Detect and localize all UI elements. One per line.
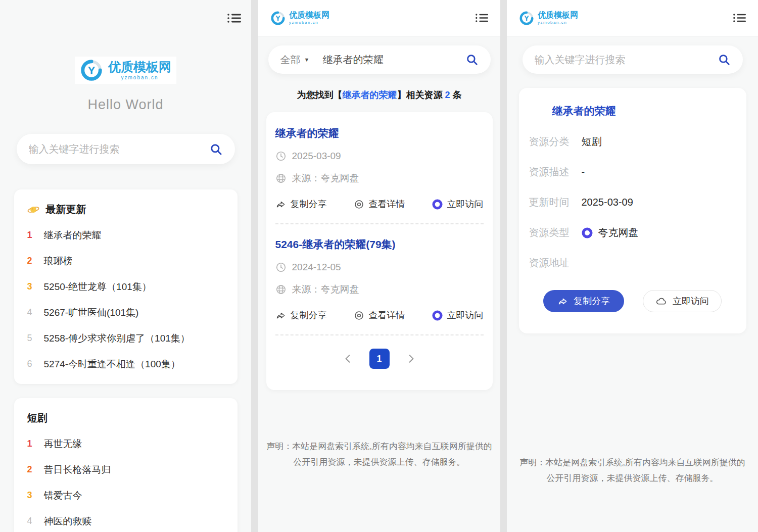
disc-icon xyxy=(582,227,593,238)
clock-icon xyxy=(275,151,287,162)
view-detail-label: 查看详情 xyxy=(369,198,405,210)
result-date-row: 2025-03-09 xyxy=(275,151,484,162)
site-logo[interactable]: Y 优质模板网 yzmoban.cn xyxy=(519,11,578,26)
rank-badge: 1 xyxy=(27,439,35,449)
list-item[interactable]: 2昔日长枪落马归 xyxy=(14,457,238,482)
copy-share-button[interactable]: 复制分享 xyxy=(275,198,327,210)
home-search-input[interactable] xyxy=(29,143,209,155)
item-title: 5250-绝世龙尊（101集） xyxy=(44,280,152,294)
rank-badge: 4 xyxy=(27,516,35,526)
globe-icon xyxy=(275,173,287,184)
result-source: 来源：夸克网盘 xyxy=(292,283,359,296)
list-item[interactable]: 1再世无缘 xyxy=(14,431,238,457)
item-title: 继承者的荣耀 xyxy=(44,229,102,242)
header: Y 优质模板网 yzmoban.cn xyxy=(258,0,500,36)
search-icon[interactable] xyxy=(465,53,479,66)
list-item[interactable]: 65274-今时重逢不相逢（100集） xyxy=(14,351,238,377)
latest-updates-card: 最新更新 1继承者的荣耀 2琅琊榜 35250-绝世龙尊（101集） 45267… xyxy=(14,189,238,384)
result-source: 来源：夸克网盘 xyxy=(292,172,359,185)
brand-name: 优质模板网 xyxy=(538,11,578,19)
chevron-right-icon xyxy=(408,354,415,363)
result-source-row: 来源：夸克网盘 xyxy=(275,283,484,296)
rank-badge: 2 xyxy=(27,464,35,475)
share-icon xyxy=(275,199,286,210)
resource-detail-panel: Y 优质模板网 yzmoban.cn 继承者的荣耀 资源分类 短剧 xyxy=(507,0,758,532)
pagination: 1 xyxy=(275,349,484,369)
menu-button[interactable] xyxy=(733,12,746,24)
share-icon xyxy=(275,310,286,321)
share-icon xyxy=(557,296,568,307)
home-search-bar[interactable] xyxy=(17,134,235,164)
view-detail-button[interactable]: 查看详情 xyxy=(354,309,405,321)
chevron-left-icon xyxy=(344,354,351,363)
eye-icon xyxy=(354,310,364,321)
svg-text:Y: Y xyxy=(275,14,280,22)
menu-button[interactable] xyxy=(227,12,241,24)
results-search-input[interactable] xyxy=(322,54,465,66)
visit-now-button[interactable]: 立即访问 xyxy=(432,309,484,321)
list-item[interactable]: 4神医的救赎 xyxy=(14,508,238,532)
field-label: 更新时间 xyxy=(529,196,582,209)
svg-text:Y: Y xyxy=(524,14,529,22)
search-icon[interactable] xyxy=(209,142,223,156)
category-filter-dropdown[interactable]: 全部 ▼ xyxy=(280,53,310,67)
resource-title: 继承者的荣耀 xyxy=(552,104,736,118)
disclaimer-text: 声明：本站是网盘索引系统,所有内容均来自互联网所提供的公开引用资源，未提供资源上… xyxy=(518,455,747,487)
field-value: 短剧 xyxy=(582,135,602,149)
brand-domain: yzmoban.cn xyxy=(538,21,578,25)
field-row: 资源描述 - xyxy=(529,165,736,179)
current-page-button[interactable]: 1 xyxy=(369,349,390,369)
prev-page-button[interactable] xyxy=(344,354,351,363)
results-search-bar[interactable]: 全部 ▼ xyxy=(268,45,491,74)
rank-badge: 6 xyxy=(27,359,35,369)
visit-now-button[interactable]: 立即访问 xyxy=(643,290,722,312)
result-title-link[interactable]: 继承者的荣耀 xyxy=(275,126,484,140)
list-item[interactable]: 55258-傅少求求你别虐了（101集） xyxy=(14,325,238,351)
site-logo[interactable]: Y 优质模板网 yzmoban.cn xyxy=(270,11,329,26)
resource-type-value: 夸克网盘 xyxy=(598,226,639,239)
clock-icon xyxy=(275,262,287,273)
rank-badge: 3 xyxy=(27,281,35,292)
site-logo[interactable]: Y 优质模板网 yzmoban.cn xyxy=(75,57,176,84)
field-row: 资源分类 短剧 xyxy=(529,135,736,149)
result-count: 2 xyxy=(445,90,450,100)
visit-now-button[interactable]: 立即访问 xyxy=(432,198,484,210)
list-item[interactable]: 45267-旷世医仙(101集) xyxy=(14,300,238,325)
logo-icon: Y xyxy=(519,11,534,26)
dashed-divider xyxy=(275,223,484,224)
list-item[interactable]: 1继承者的荣耀 xyxy=(14,222,238,248)
field-row: 资源类型 夸克网盘 xyxy=(529,226,736,239)
copy-share-label: 复制分享 xyxy=(574,295,610,307)
result-date: 2024-12-05 xyxy=(292,262,341,273)
view-detail-button[interactable]: 查看详情 xyxy=(354,198,405,210)
result-keyword: 继承者的荣耀 xyxy=(342,90,397,100)
hello-text: Hello World xyxy=(0,97,251,113)
detail-search-input[interactable] xyxy=(535,54,718,66)
menu-button[interactable] xyxy=(475,12,488,24)
field-row: 更新时间 2025-03-09 xyxy=(529,196,736,209)
field-label: 资源地址 xyxy=(529,256,582,270)
detail-actions: 复制分享 立即访问 xyxy=(529,290,736,312)
item-title: 错爱古今 xyxy=(44,489,82,502)
field-value: 2025-03-09 xyxy=(582,197,633,208)
visit-now-label: 立即访问 xyxy=(673,295,709,307)
visit-now-label: 立即访问 xyxy=(447,309,484,321)
field-row: 资源地址 xyxy=(529,256,736,270)
field-label: 资源描述 xyxy=(529,165,582,179)
next-page-button[interactable] xyxy=(408,354,415,363)
result-title-link[interactable]: 5246-继承者的荣耀(79集) xyxy=(275,237,484,252)
svg-text:Y: Y xyxy=(88,64,96,77)
copy-share-button[interactable]: 复制分享 xyxy=(275,309,327,321)
list-item[interactable]: 2琅琊榜 xyxy=(14,248,238,274)
list-item[interactable]: 35250-绝世龙尊（101集） xyxy=(14,274,238,300)
rank-badge: 5 xyxy=(27,333,35,344)
planet-icon xyxy=(27,204,39,216)
copy-share-button[interactable]: 复制分享 xyxy=(543,290,624,312)
visit-now-label: 立即访问 xyxy=(447,198,484,210)
brand-name: 优质模板网 xyxy=(108,61,171,73)
detail-search-bar[interactable] xyxy=(523,45,743,74)
cloud-icon xyxy=(655,296,667,307)
brand-domain: yzmoban.cn xyxy=(289,21,329,25)
search-icon[interactable] xyxy=(718,53,731,66)
list-item[interactable]: 3错爱古今 xyxy=(14,482,238,508)
